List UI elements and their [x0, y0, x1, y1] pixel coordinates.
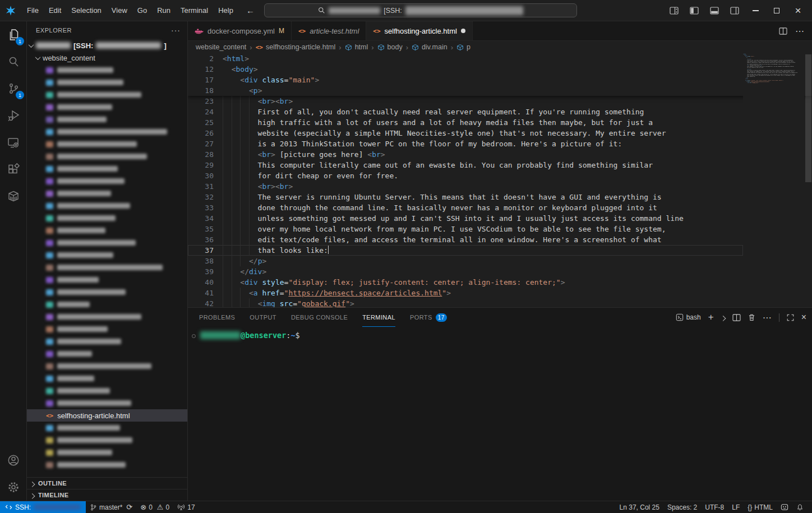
activity-extensions[interactable]	[0, 156, 27, 183]
file-item-selected[interactable]: <> selfhosting-article.html	[27, 409, 187, 422]
file-item-redacted[interactable]	[27, 286, 187, 298]
line-number[interactable]: 33	[188, 202, 214, 213]
line-number[interactable]: 18	[188, 85, 214, 96]
tab-output[interactable]: OUTPUT	[250, 308, 276, 327]
line-number[interactable]: 24	[188, 107, 214, 117]
line-number[interactable]: 42	[188, 298, 214, 307]
code-editor[interactable]: 2<html>12 <body>17 <div class="main">18 …	[188, 53, 812, 307]
folder-website-content[interactable]: website_content	[27, 52, 187, 64]
file-item-redacted[interactable]	[27, 323, 187, 335]
notifications-bell-icon[interactable]	[792, 503, 808, 511]
command-decoration-icon[interactable]	[192, 334, 196, 338]
encoding-status[interactable]: UTF-8	[701, 503, 728, 511]
toggle-sidebar-icon[interactable]	[686, 3, 702, 18]
nav-back-button[interactable]: ←	[246, 6, 255, 15]
line-number[interactable]: 29	[188, 160, 214, 170]
feedback-smiley-icon[interactable]	[777, 503, 792, 511]
tab-docker-compose[interactable]: docker-compose.yml M	[188, 21, 292, 40]
tab-article-test[interactable]: <> article-test.html	[292, 21, 366, 40]
file-item-redacted[interactable]	[27, 372, 187, 385]
terminal-dropdown-chevron[interactable]	[720, 315, 726, 321]
line-number[interactable]: 26	[188, 128, 214, 138]
activity-run-debug[interactable]	[0, 102, 27, 129]
file-item-redacted[interactable]	[27, 113, 187, 126]
toggle-secondary-sidebar-icon[interactable]	[727, 3, 742, 18]
customize-layout-icon[interactable]	[666, 3, 682, 18]
breadcrumb-item[interactable]: selfhosting-article.html	[266, 43, 335, 51]
editor-scrollbar[interactable]	[805, 54, 811, 182]
tab-selfhosting-article[interactable]: <> selfhosting-article.html	[366, 21, 473, 40]
file-item-redacted[interactable]	[27, 175, 187, 187]
line-number[interactable]: 31	[188, 181, 214, 192]
problems-status[interactable]: ⊗ 0 ⚠ 0	[136, 503, 173, 511]
file-item-redacted[interactable]	[27, 335, 187, 348]
workspace-root[interactable]: [SSH: ]	[27, 39, 187, 52]
toggle-panel-icon[interactable]	[707, 3, 722, 18]
line-number[interactable]: 2	[188, 53, 214, 64]
file-item-redacted[interactable]	[27, 360, 187, 372]
breadcrumb-item[interactable]: html	[355, 43, 368, 51]
code-lines[interactable]: 23 <br><br>24 First of all, you don't ac…	[188, 96, 812, 307]
terminal-viewport[interactable]: @benserver:~$	[188, 327, 812, 340]
file-item-redacted[interactable]	[27, 459, 187, 471]
shell-selector[interactable]: bash	[676, 313, 701, 321]
git-branch-status[interactable]: master* ⟳	[86, 503, 136, 511]
minimap[interactable]: <html> <body> <div class="main"> <p> <br…	[743, 53, 805, 307]
menu-terminal[interactable]: Terminal	[176, 4, 213, 17]
maximize-panel-icon[interactable]	[787, 314, 794, 321]
line-number[interactable]: 41	[188, 288, 214, 298]
close-panel-icon[interactable]: ×	[801, 312, 806, 322]
file-item-redacted[interactable]	[27, 150, 187, 163]
tab-terminal[interactable]: TERMINAL	[362, 308, 395, 327]
explorer-more-actions[interactable]: ···	[171, 26, 181, 35]
file-item-redacted[interactable]	[27, 212, 187, 224]
menu-edit[interactable]: Edit	[44, 4, 66, 17]
breadcrumb-item[interactable]: body	[387, 43, 403, 51]
file-item-redacted[interactable]	[27, 348, 187, 360]
line-number[interactable]: 35	[188, 224, 214, 234]
activity-search[interactable]	[0, 48, 27, 75]
settings-button[interactable]	[0, 474, 27, 501]
file-item-redacted[interactable]	[27, 64, 187, 76]
line-number[interactable]: 17	[188, 75, 214, 85]
file-item-redacted[interactable]	[27, 298, 187, 311]
file-item-redacted[interactable]	[27, 237, 187, 249]
activity-source-control[interactable]: 1	[0, 75, 27, 102]
unsaved-changes-dot[interactable]	[461, 29, 465, 33]
menu-file[interactable]: File	[22, 4, 44, 17]
file-item-redacted[interactable]	[27, 311, 187, 323]
menu-run[interactable]: Run	[152, 4, 176, 17]
timeline-section[interactable]: TIMELINE	[27, 489, 187, 501]
kill-terminal-trash-icon[interactable]	[748, 313, 755, 321]
file-item-redacted[interactable]	[27, 126, 187, 138]
file-item-redacted[interactable]	[27, 385, 187, 397]
line-number[interactable]: 36	[188, 234, 214, 245]
tab-debug-console[interactable]: DEBUG CONSOLE	[291, 308, 348, 327]
file-item-redacted[interactable]	[27, 76, 187, 89]
tab-ports[interactable]: PORTS 17	[410, 308, 447, 327]
file-item-redacted[interactable]	[27, 187, 187, 200]
menu-help[interactable]: Help	[213, 4, 238, 17]
activity-containers[interactable]	[0, 183, 27, 210]
eol-status[interactable]: LF	[728, 503, 744, 511]
file-item-redacted[interactable]	[27, 261, 187, 274]
file-item-redacted[interactable]	[27, 249, 187, 261]
maximize-button[interactable]	[768, 2, 785, 19]
split-terminal-icon[interactable]	[732, 314, 741, 321]
line-number[interactable]: 30	[188, 170, 214, 181]
breadcrumb-item[interactable]: div.main	[422, 43, 447, 51]
breadcrumb-item[interactable]: p	[467, 43, 470, 51]
line-number[interactable]: 39	[188, 266, 214, 277]
line-number[interactable]: 28	[188, 149, 214, 160]
activity-explorer[interactable]: 1	[0, 21, 27, 48]
file-item-redacted[interactable]	[27, 138, 187, 150]
line-number[interactable]: 32	[188, 192, 214, 202]
panel-more-actions[interactable]: ⋯	[763, 312, 772, 323]
file-item-redacted[interactable]	[27, 224, 187, 237]
menu-view[interactable]: View	[107, 4, 132, 17]
indentation-status[interactable]: Spaces: 2	[663, 503, 701, 511]
outline-section[interactable]: OUTLINE	[27, 477, 187, 489]
file-item-redacted[interactable]	[27, 422, 187, 434]
command-center-search[interactable]: [SSH:	[264, 3, 577, 17]
line-number[interactable]: 23	[188, 96, 214, 107]
